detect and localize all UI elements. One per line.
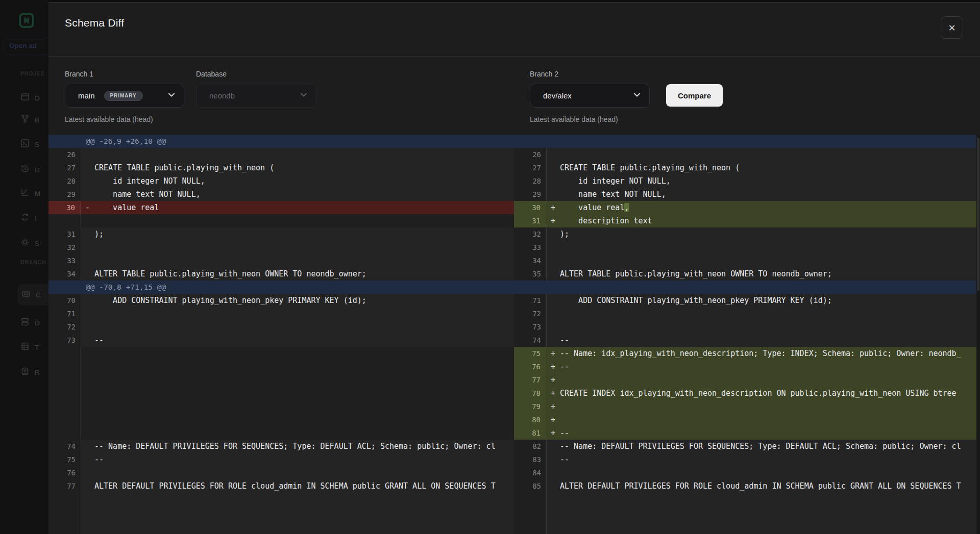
branch1-select[interactable]: main PRIMARY <box>65 84 184 108</box>
diff-line-row: 29 name text NOT NULL, <box>48 188 514 201</box>
sidebar-item-monitoring[interactable]: M <box>20 183 48 204</box>
line-number: 32 <box>514 227 546 241</box>
diff-marker <box>81 161 94 174</box>
line-number: 26 <box>48 148 81 161</box>
diff-marker: + <box>546 426 560 440</box>
diff-line-row: 82-- Name: DEFAULT PRIVILEGES FOR SEQUEN… <box>514 440 976 453</box>
diff-line-text <box>560 241 976 254</box>
diff-line-text: -- <box>94 334 514 347</box>
sidebar-item-sql-editor[interactable]: S <box>20 134 48 155</box>
diff-line-text: value real, <box>560 201 976 214</box>
line-number: 84 <box>514 466 546 479</box>
diff-line-row: 30+ value real, <box>514 201 976 214</box>
diff-line-text: description text <box>560 214 976 227</box>
diff-line-row: 84 <box>514 466 976 479</box>
sidebar-item-dashboard[interactable]: D <box>20 87 48 109</box>
sidebar-item-label: T <box>35 344 39 351</box>
diff-line-row: 30- value real <box>48 201 514 214</box>
diff-pane-branch1[interactable]: @@ -26,9 +26,10 @@2627CREATE TABLE publi… <box>48 135 514 534</box>
dashboard-icon <box>20 92 30 104</box>
monitoring-icon <box>20 188 30 199</box>
line-number: 31 <box>48 227 81 241</box>
sidebar-item-restore[interactable]: R <box>20 159 48 181</box>
database-value: neondb <box>209 91 235 100</box>
diff-line-text: ALTER TABLE public.playing_with_neon OWN… <box>94 267 514 281</box>
diff-spacer-row <box>48 413 514 426</box>
line-number: 28 <box>514 174 546 188</box>
diff-marker: + <box>546 201 560 214</box>
sidebar-item-label: I <box>35 215 37 222</box>
diff-line-text: -- <box>560 360 976 373</box>
databases-icon <box>20 317 30 328</box>
diff-line-text: ALTER TABLE public.playing_with_neon OWN… <box>560 267 976 281</box>
sidebar-item-tables[interactable]: T <box>20 337 48 358</box>
diff-line-row: 33 <box>48 254 514 267</box>
diff-marker <box>81 267 94 281</box>
diff-line-text: id integer NOT NULL, <box>94 174 514 188</box>
diff-spacer-row <box>48 360 514 373</box>
line-number: 30 <box>514 201 546 214</box>
hunk-header-row <box>514 135 976 148</box>
diff-line-row: 31); <box>48 227 514 241</box>
diff-line-text: ADD CONSTRAINT playing_with_neon_pkey PR… <box>560 294 976 307</box>
chevron-down-icon <box>300 91 308 101</box>
diff-line-text: name text NOT NULL, <box>94 188 514 201</box>
diff-line-text: ALTER DEFAULT PRIVILEGES FOR ROLE cloud_… <box>94 479 514 493</box>
line-number: 35 <box>514 267 546 281</box>
sidebar-item-databases[interactable]: D <box>20 312 48 334</box>
diff-marker <box>546 479 560 493</box>
diff-line-text <box>94 148 514 161</box>
diff-marker <box>546 174 560 188</box>
schema-diff-view: @@ -26,9 +26,10 @@2627CREATE TABLE publi… <box>48 135 980 534</box>
line-number: 27 <box>48 161 81 174</box>
diff-line-text: ADD CONSTRAINT playing_with_neon_pkey PR… <box>94 294 514 307</box>
database-label: Database <box>196 70 227 78</box>
diff-line-text <box>560 148 976 161</box>
diff-marker <box>81 254 94 267</box>
diff-line-text: -- <box>560 453 976 466</box>
diff-marker: + <box>546 360 560 373</box>
compare-button[interactable]: Compare <box>666 84 723 107</box>
diff-line-row: 28 id integer NOT NULL, <box>48 174 514 188</box>
open-admin-label: Open ad <box>9 42 37 49</box>
diff-marker <box>81 227 94 241</box>
schema-diff-modal: Schema Diff ✕ Branch 1 Database Branch 2… <box>48 2 980 534</box>
diff-pane-branch2[interactable]: 2627CREATE TABLE public.playing_with_neo… <box>514 135 976 534</box>
line-number: 76 <box>48 466 81 479</box>
neon-logo[interactable] <box>19 13 34 28</box>
line-number: 72 <box>48 320 81 334</box>
sidebar-item-label: R <box>35 369 40 376</box>
diff-marker <box>81 294 94 307</box>
diff-scrollbar-thumb[interactable] <box>977 138 979 291</box>
line-number: 74 <box>48 440 81 453</box>
sidebar-item-integrations[interactable]: I <box>20 208 48 229</box>
line-number: 30 <box>48 201 81 214</box>
open-admin-button[interactable]: Open ad <box>3 38 48 55</box>
line-number: 85 <box>514 479 546 493</box>
diff-line-text <box>560 307 976 320</box>
diff-spacer-row <box>48 373 514 387</box>
sidebar-item-branches[interactable]: B <box>20 109 48 131</box>
primary-badge: PRIMARY <box>104 91 143 101</box>
line-number: 83 <box>514 453 546 466</box>
close-icon[interactable]: ✕ <box>941 16 963 39</box>
sidebar-item-roles[interactable]: R <box>20 362 48 383</box>
diff-marker: + <box>546 400 560 413</box>
sidebar-item-settings[interactable]: S <box>20 233 48 254</box>
diff-marker <box>81 188 94 201</box>
diff-marker <box>81 453 94 466</box>
sidebar-item-computes[interactable]: C <box>17 284 48 306</box>
diff-marker: + <box>546 387 560 400</box>
sidebar-item-label: C <box>36 291 41 299</box>
diff-line-text: id integer NOT NULL, <box>560 174 976 188</box>
branch2-select[interactable]: dev/alex <box>530 84 650 108</box>
diff-marker <box>81 334 94 347</box>
restore-icon <box>20 164 30 175</box>
line-number: 29 <box>48 188 81 201</box>
diff-line-text <box>560 320 976 334</box>
line-number: 73 <box>48 334 81 347</box>
diff-spacer-row <box>48 387 514 400</box>
line-number: 82 <box>514 440 546 453</box>
diff-scrollbar[interactable] <box>976 135 980 534</box>
diff-marker <box>81 174 94 188</box>
